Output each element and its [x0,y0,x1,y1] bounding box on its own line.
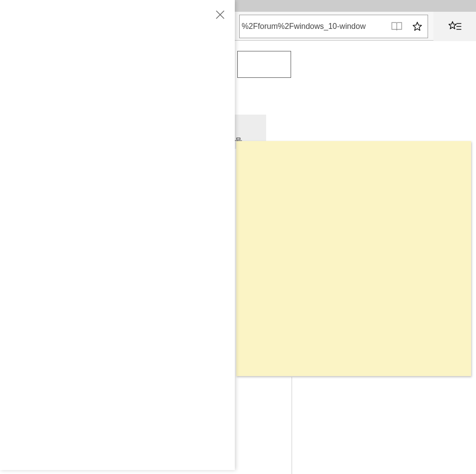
address-bar[interactable]: %2Fforum%2Fwindows_10-window [239,15,428,38]
address-bar-text: %2Fforum%2Fwindows_10-window [240,22,386,31]
close-icon[interactable] [212,7,228,23]
favorite-star-icon[interactable] [407,15,428,38]
slideout-panel [0,0,235,470]
tab-strip-background [235,0,476,12]
sticky-note-overlay[interactable] [236,141,471,376]
page-text-input[interactable] [237,51,291,78]
hub-favorites-button[interactable] [433,12,476,41]
content-divider [292,377,292,474]
reading-view-icon[interactable] [386,15,407,38]
